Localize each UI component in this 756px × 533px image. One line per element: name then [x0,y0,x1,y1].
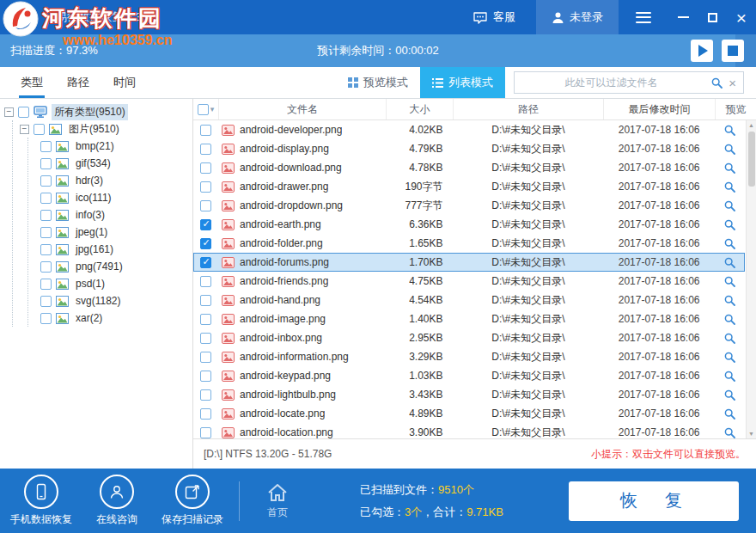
preview-magnifier-icon[interactable] [724,181,735,193]
tree-group-item[interactable]: − 图片(9510) [20,120,192,138]
preview-magnifier-icon[interactable] [724,427,735,438]
tree-expander-icon[interactable]: − [4,107,14,117]
tree-item-checkbox[interactable] [40,313,52,324]
tree-item-checkbox[interactable] [40,227,52,238]
table-row[interactable]: android-earth.png 6.36KB D:\#未知父目录\ 2017… [193,215,745,234]
row-checkbox[interactable] [200,371,211,382]
header-path[interactable]: 路径 [454,99,604,119]
tree-item-checkbox[interactable] [40,244,52,255]
preview-magnifier-icon[interactable] [724,276,735,287]
table-row[interactable]: android-dropdown.png 777字节 D:\#未知父目录\ 20… [193,196,745,215]
row-checkbox[interactable] [200,276,211,287]
preview-magnifier-icon[interactable] [724,200,735,211]
close-button[interactable]: × [727,0,756,34]
tree-item-checkbox[interactable] [40,158,52,169]
tree-group-checkbox[interactable] [34,124,45,135]
tree-item-checkbox[interactable] [40,175,52,187]
row-checkbox[interactable] [200,427,211,438]
customer-service-button[interactable]: 客服 [472,9,515,25]
recover-button[interactable]: 恢 复 [569,481,739,521]
table-row[interactable]: android-image.png 1.40KB D:\#未知父目录\ 2017… [193,309,745,328]
row-checkbox[interactable] [200,389,211,401]
tree-item[interactable]: hdr(3) [40,172,192,189]
tab-path[interactable]: 路径 [55,67,101,98]
header-size[interactable]: 大小 [387,99,454,119]
preview-mode-button[interactable]: 预览模式 [336,75,420,90]
table-row[interactable]: android-download.png 4.78KB D:\#未知父目录\ 2… [193,158,745,177]
home-button[interactable]: 首页 [252,482,303,520]
table-row[interactable]: android-hand.png 4.54KB D:\#未知父目录\ 2017-… [193,291,745,309]
row-checkbox[interactable] [200,144,211,155]
row-checkbox[interactable] [200,238,211,249]
table-row[interactable]: android-drawer.png 190字节 D:\#未知父目录\ 2017… [193,177,745,196]
tree-item-checkbox[interactable] [40,210,52,221]
tree-item[interactable]: svg(1182) [40,292,192,309]
row-checkbox[interactable] [200,257,211,268]
minimize-button[interactable] [668,0,698,34]
tree-item[interactable]: psd(1) [40,275,192,292]
table-row[interactable]: android-information.png 3.29KB D:\#未知父目录… [193,347,745,366]
stop-scan-button[interactable] [722,40,744,62]
table-row[interactable]: android-display.png 4.79KB D:\#未知父目录\ 20… [193,139,745,158]
table-row[interactable]: android-forums.png 1.70KB D:\#未知父目录\ 201… [193,253,745,272]
preview-magnifier-icon[interactable] [724,144,735,155]
row-checkbox[interactable] [200,408,211,420]
table-scrollbar[interactable]: ▲ ▼ [746,120,756,438]
header-filename[interactable]: 文件名 [219,99,387,119]
header-preview[interactable]: 预览 [716,99,756,119]
preview-magnifier-icon[interactable] [724,295,735,306]
preview-magnifier-icon[interactable] [724,389,735,401]
tree-root-checkbox[interactable] [18,107,29,118]
row-checkbox[interactable] [200,295,211,306]
tree-item-checkbox[interactable] [40,193,52,204]
table-row[interactable]: android-location.png 3.90KB D:\#未知父目录\ 2… [193,423,745,438]
preview-magnifier-icon[interactable] [724,162,735,174]
tree-item-checkbox[interactable] [40,141,52,152]
header-mtime[interactable]: 最后修改时间 [604,99,716,119]
row-checkbox[interactable] [200,162,211,174]
phone-recovery-button[interactable]: 手机数据恢复 [3,475,79,527]
search-icon[interactable] [711,77,722,89]
preview-magnifier-icon[interactable] [724,314,735,325]
tab-time[interactable]: 时间 [101,67,148,98]
table-row[interactable]: android-lightbulb.png 3.43KB D:\#未知父目录\ … [193,385,745,404]
preview-magnifier-icon[interactable] [724,125,735,136]
row-checkbox[interactable] [200,219,211,230]
row-checkbox[interactable] [200,314,211,325]
preview-magnifier-icon[interactable] [724,219,735,230]
preview-magnifier-icon[interactable] [724,371,735,382]
tree-item[interactable]: jpg(161) [40,241,192,258]
tree-item-checkbox[interactable] [40,296,52,307]
row-checkbox[interactable] [200,333,211,344]
clear-filter-icon[interactable]: × [724,76,743,90]
tree-item[interactable]: xar(2) [40,309,192,327]
filter-input[interactable] [515,72,708,93]
preview-magnifier-icon[interactable] [724,333,735,344]
scrollbar-thumb[interactable] [748,132,755,187]
header-select-all[interactable]: ▾ [193,99,219,119]
table-row[interactable]: android-friends.png 4.75KB D:\#未知父目录\ 20… [193,272,745,291]
resume-scan-button[interactable] [691,40,713,62]
row-checkbox[interactable] [200,181,211,193]
preview-magnifier-icon[interactable] [724,257,735,268]
row-checkbox[interactable] [200,125,211,136]
table-row[interactable]: android-developer.png 4.02KB D:\#未知父目录\ … [193,120,745,139]
tree-item[interactable]: bmp(21) [40,138,192,155]
table-row[interactable]: android-locate.png 4.89KB D:\#未知父目录\ 201… [193,404,745,423]
scroll-down-icon[interactable]: ▼ [748,429,754,438]
table-row[interactable]: android-inbox.png 2.95KB D:\#未知父目录\ 2017… [193,328,745,347]
tree-item[interactable]: jpeg(1) [40,224,192,241]
tree-root-item[interactable]: − 所有类型(9510) [4,103,192,120]
maximize-button[interactable] [698,0,727,34]
tree-item-checkbox[interactable] [40,261,52,273]
tree-item[interactable]: gif(534) [40,155,192,172]
preview-magnifier-icon[interactable] [724,352,735,363]
tab-type[interactable]: 类型 [9,67,55,98]
preview-magnifier-icon[interactable] [724,408,735,420]
login-button[interactable]: 未登录 [536,0,619,34]
row-checkbox[interactable] [200,352,211,363]
scroll-up-icon[interactable]: ▲ [748,120,754,130]
tree-item[interactable]: info(3) [40,206,192,224]
menu-icon[interactable] [636,12,651,23]
row-checkbox[interactable] [200,200,211,211]
